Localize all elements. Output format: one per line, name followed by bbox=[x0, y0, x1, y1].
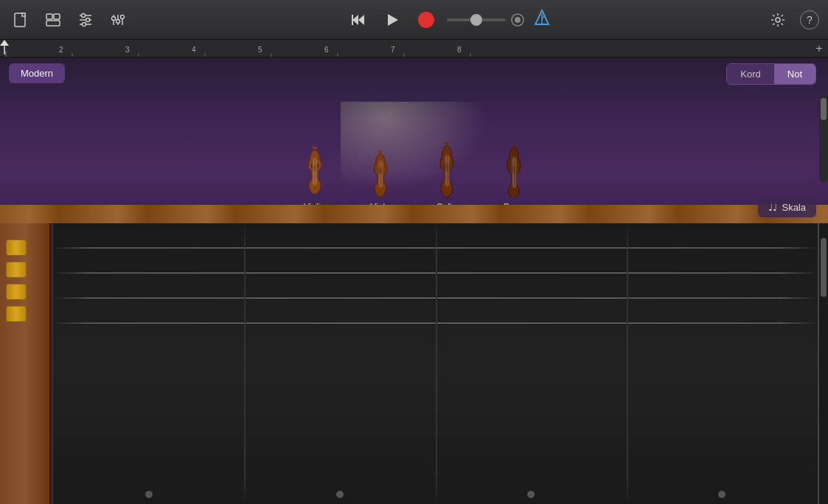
mixer-button[interactable] bbox=[74, 8, 97, 32]
svg-point-26 bbox=[776, 18, 780, 22]
svg-rect-18 bbox=[352, 15, 353, 25]
violin-svg bbox=[304, 146, 326, 197]
violin-image bbox=[304, 146, 326, 197]
bass-image bbox=[503, 144, 525, 197]
tuning-peg-1[interactable] bbox=[6, 239, 27, 256]
svg-rect-3 bbox=[54, 14, 60, 19]
svg-point-14 bbox=[112, 16, 116, 20]
fret-2 bbox=[436, 223, 437, 504]
add-track-label: + bbox=[815, 42, 822, 55]
fret-3 bbox=[627, 223, 628, 504]
metronome-icon[interactable] bbox=[532, 8, 552, 32]
cello-image bbox=[435, 142, 459, 197]
svg-point-9 bbox=[86, 18, 90, 21]
svg-rect-2 bbox=[46, 14, 52, 19]
toolbar: ? bbox=[0, 0, 828, 40]
viola-svg bbox=[370, 150, 391, 197]
viola-image bbox=[370, 150, 391, 197]
svg-point-8 bbox=[82, 13, 86, 17]
svg-marker-19 bbox=[358, 15, 364, 25]
record-button[interactable] bbox=[413, 7, 439, 33]
add-track-button[interactable]: + bbox=[810, 40, 828, 57]
svg-marker-17 bbox=[352, 15, 358, 25]
tuning-peg-4[interactable] bbox=[6, 306, 27, 322]
guitar-panel bbox=[0, 223, 828, 504]
instrument-bar: Modern Kord Not bbox=[0, 57, 828, 223]
position-dot-2 bbox=[336, 491, 344, 498]
modern-button[interactable]: Modern bbox=[9, 63, 65, 83]
svg-rect-4 bbox=[46, 21, 60, 26]
toolbar-left bbox=[9, 8, 130, 32]
settings-button[interactable] bbox=[766, 8, 790, 32]
instrument-bar-scrollbar[interactable] bbox=[819, 94, 828, 183]
cello-svg bbox=[435, 142, 459, 197]
guitar-body-left bbox=[0, 223, 52, 504]
tuning-peg-3[interactable] bbox=[6, 284, 27, 300]
scrollbar-thumb bbox=[821, 98, 827, 120]
tuning-peg-2[interactable] bbox=[6, 262, 27, 278]
viola-instrument[interactable]: Viola bbox=[370, 150, 391, 212]
kord-tab[interactable]: Kord bbox=[727, 64, 773, 84]
skala-icon: ♩♩ bbox=[768, 202, 777, 213]
position-dot-4 bbox=[718, 491, 726, 498]
stage-floor bbox=[0, 205, 828, 223]
svg-point-16 bbox=[121, 15, 125, 18]
bass-instrument[interactable]: Bass bbox=[503, 144, 525, 212]
timeline-ruler[interactable]: 2 3 4 5 6 7 8 + bbox=[0, 40, 828, 57]
violin-instrument[interactable]: Violin bbox=[304, 146, 326, 212]
svg-point-15 bbox=[116, 19, 120, 23]
toolbar-center bbox=[345, 7, 552, 33]
fret-1 bbox=[244, 223, 246, 504]
rewind-button[interactable] bbox=[345, 7, 372, 33]
kord-not-tabs: Kord Not bbox=[726, 63, 816, 85]
ruler-marks: 2 3 4 5 6 7 8 bbox=[0, 40, 810, 57]
volume-slider-thumb[interactable] bbox=[470, 14, 482, 26]
ruler-ticks bbox=[0, 40, 810, 57]
new-document-button[interactable] bbox=[9, 8, 32, 32]
record-indicator bbox=[418, 12, 434, 28]
layout-button[interactable] bbox=[41, 8, 65, 32]
volume-slider-track[interactable] bbox=[447, 18, 506, 21]
toolbar-right: ? bbox=[766, 8, 819, 32]
cello-instrument[interactable]: Cello bbox=[435, 142, 459, 212]
help-button[interactable]: ? bbox=[800, 10, 819, 29]
svg-point-10 bbox=[83, 22, 86, 26]
volume-icon bbox=[510, 13, 525, 27]
play-button[interactable] bbox=[379, 7, 406, 33]
fretboard bbox=[52, 223, 819, 504]
position-dot-3 bbox=[527, 491, 535, 498]
not-tab[interactable]: Not bbox=[774, 64, 815, 84]
help-label: ? bbox=[807, 14, 813, 26]
main-area: Modern Kord Not bbox=[0, 57, 828, 504]
svg-rect-1 bbox=[22, 13, 25, 16]
panel-scrollbar-thumb bbox=[821, 238, 827, 297]
skala-label: Skala bbox=[782, 202, 806, 213]
svg-point-22 bbox=[515, 17, 521, 23]
position-dot-1 bbox=[145, 491, 153, 498]
eq-settings-button[interactable] bbox=[106, 8, 130, 32]
svg-marker-20 bbox=[388, 14, 398, 26]
panel-scrollbar[interactable] bbox=[819, 223, 828, 504]
bass-svg bbox=[503, 144, 525, 197]
guitar-neck bbox=[0, 223, 828, 504]
volume-control bbox=[447, 13, 525, 27]
skala-button[interactable]: ♩♩ Skala bbox=[758, 197, 816, 217]
